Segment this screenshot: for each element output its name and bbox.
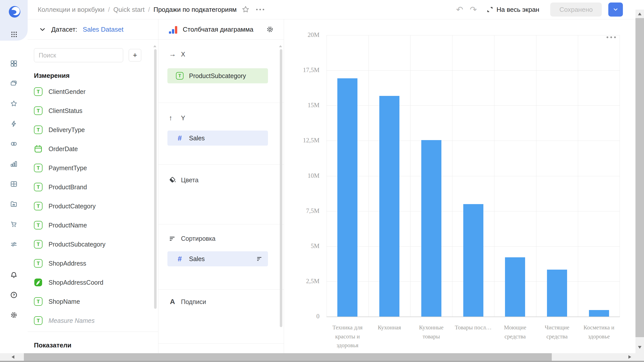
saved-button[interactable]: Сохранено xyxy=(550,3,602,17)
y-axis-tick-label: 17,5M xyxy=(289,67,319,74)
dataset-field[interactable]: T ShopName xyxy=(34,292,152,311)
dataset-field[interactable]: T ProductBrand xyxy=(34,177,152,197)
scroll-right-arrow-icon[interactable] xyxy=(628,355,631,359)
tables-icon[interactable] xyxy=(10,180,18,188)
x-field-name: ProductSubcategory xyxy=(189,72,263,80)
dataset-field[interactable]: T PaymentType xyxy=(34,158,152,177)
datalens-logo[interactable] xyxy=(8,6,21,18)
notifications-bell-icon[interactable] xyxy=(10,271,18,279)
chart-type-label[interactable]: Столбчатая диаграмма xyxy=(183,26,262,33)
bar-Sales[interactable] xyxy=(463,204,483,317)
y-axis-tick-label: 2,5M xyxy=(289,278,319,285)
scroll-left-arrow-icon[interactable] xyxy=(12,355,14,359)
dataset-field[interactable]: T ShopAddress xyxy=(34,254,152,273)
panel-scroll-up-arrow[interactable] xyxy=(279,45,282,47)
horizontal-scrollbar-thumb[interactable] xyxy=(24,353,552,361)
bar-Sales[interactable] xyxy=(589,310,609,317)
favorite-star-icon[interactable] xyxy=(242,6,250,14)
dataset-field[interactable]: T ClientGender xyxy=(34,82,152,101)
dataset-field[interactable]: T ProductCategory xyxy=(34,197,152,216)
config-panel-header: Столбчатая диаграмма xyxy=(158,19,284,40)
undo-icon[interactable]: ↶ xyxy=(456,5,463,14)
gridline-x xyxy=(578,35,578,317)
dataset-panel-scrollbar[interactable] xyxy=(154,49,157,309)
favorites-star-icon[interactable] xyxy=(10,100,18,107)
dataset-field[interactable]: T ProductSubcategory xyxy=(34,235,152,254)
fullscreen-label: На весь экран xyxy=(496,6,539,14)
text-field-icon: T xyxy=(34,297,42,306)
gridline-x xyxy=(536,35,536,317)
gridline-y xyxy=(327,35,620,35)
horizontal-scrollbar[interactable] xyxy=(0,353,635,361)
svg-text:?: ? xyxy=(13,293,15,297)
rail-nav-group xyxy=(0,60,28,248)
dataset-field[interactable]: OrderDate xyxy=(34,139,152,158)
charts-icon[interactable] xyxy=(10,160,18,168)
y-field-pill[interactable]: # Sales xyxy=(167,131,268,146)
help-icon[interactable]: ? xyxy=(10,291,18,299)
x-axis-category-label: Моющие средства xyxy=(494,323,536,341)
scroll-up-arrow-icon[interactable] xyxy=(638,13,641,15)
panel-scroll-up-arrow[interactable] xyxy=(153,45,156,47)
sort-field-name: Sales xyxy=(189,255,251,263)
column-chart-type-icon[interactable] xyxy=(169,25,177,34)
dataset-name-link[interactable]: Sales Dataset xyxy=(83,26,123,33)
date-field-icon xyxy=(34,145,42,153)
text-field-icon: T xyxy=(34,221,42,229)
add-field-button[interactable]: + xyxy=(129,49,141,62)
y-axis-tick-label: 7,5M xyxy=(289,207,319,214)
collapse-chevron-icon[interactable] xyxy=(39,26,46,33)
vertical-scrollbar-thumb[interactable] xyxy=(635,18,644,337)
gridline-x xyxy=(369,35,369,317)
number-field-icon: # xyxy=(176,134,183,142)
settings-gear-icon[interactable] xyxy=(10,311,18,319)
sort-direction-icon[interactable] xyxy=(256,256,263,262)
dataset-field[interactable]: ShopAddressCoord xyxy=(34,273,152,292)
all-services-icon[interactable] xyxy=(10,31,18,38)
text-field-icon: T xyxy=(34,87,42,96)
dataset-field[interactable]: T DeliveryType xyxy=(34,120,152,139)
redo-icon[interactable]: ↷ xyxy=(470,5,477,14)
sort-field-pill[interactable]: # Sales xyxy=(167,251,268,266)
breadcrumb-workbook[interactable]: Quick start xyxy=(113,6,145,14)
config-panel-scrollbar[interactable] xyxy=(280,49,282,327)
save-dropdown-button[interactable] xyxy=(608,3,623,17)
text-field-icon: T xyxy=(34,183,42,191)
paint-bucket-icon xyxy=(169,176,176,184)
y-field-name: Sales xyxy=(189,135,263,142)
bar-Sales[interactable] xyxy=(337,78,357,317)
section-colors: Цвета xyxy=(158,176,284,224)
more-actions-icon[interactable] xyxy=(256,9,264,10)
text-field-icon: T xyxy=(34,164,42,172)
collections-icon[interactable] xyxy=(10,80,18,87)
sort-section-label: Сортировка xyxy=(181,235,215,242)
dashboards-icon[interactable] xyxy=(10,60,18,67)
flash-icon[interactable] xyxy=(10,120,18,128)
dataset-field[interactable]: T Measure Names xyxy=(34,311,152,330)
dimensions-heading: Измерения xyxy=(34,72,152,80)
field-search-input[interactable] xyxy=(34,48,123,62)
y-axis-tick-label: 12,5M xyxy=(289,137,319,144)
connections-icon[interactable] xyxy=(10,140,18,148)
x-axis-category-label: Товары посл… xyxy=(453,323,494,332)
gridline-x xyxy=(494,35,494,317)
bar-Sales[interactable] xyxy=(379,96,399,317)
chart-settings-gear-icon[interactable] xyxy=(266,26,274,33)
dataset-field[interactable]: T ProductName xyxy=(34,216,152,235)
vertical-scrollbar[interactable] xyxy=(635,10,644,353)
bar-Sales[interactable] xyxy=(505,257,525,317)
settings-sliders-icon[interactable] xyxy=(10,240,18,248)
fullscreen-button[interactable]: На весь экран xyxy=(486,6,539,14)
bar-Sales[interactable] xyxy=(547,270,567,317)
scroll-down-arrow-icon[interactable] xyxy=(638,346,641,349)
bar-Sales[interactable] xyxy=(421,140,441,317)
measures-heading: Показатели xyxy=(34,341,152,349)
section-y: ↑ Y # Sales xyxy=(158,114,284,165)
marketplace-cart-icon[interactable] xyxy=(10,220,18,228)
breadcrumb-collections[interactable]: Коллекции и воркбуки xyxy=(38,6,105,14)
files-folder-icon[interactable] xyxy=(10,200,18,208)
x-field-pill[interactable]: T ProductSubcategory xyxy=(167,68,268,83)
y-axis-tick-label: 10M xyxy=(289,172,319,179)
dataset-field[interactable]: T ClientStatus xyxy=(34,101,152,120)
x-axis-category-label: Кухонные товары xyxy=(411,323,452,341)
